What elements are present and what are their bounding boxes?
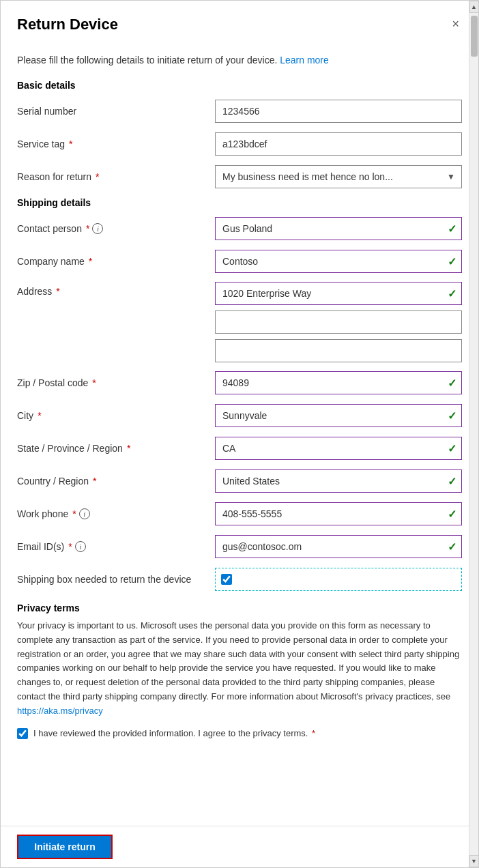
email-ids-input-wrap: ✓: [215, 535, 462, 558]
contact-person-input-wrap: ✓: [215, 217, 462, 240]
intro-text: Please fill the following details to ini…: [17, 53, 462, 68]
agree-required: *: [312, 728, 315, 738]
dialog-footer: Initiate return: [1, 826, 478, 867]
contact-person-check-icon: ✓: [448, 222, 456, 235]
country-field-wrap: ✓: [215, 469, 462, 493]
address-fields: ✓: [215, 282, 462, 362]
email-ids-row: Email ID(s) * i ✓: [17, 534, 462, 559]
zip-check-icon: ✓: [448, 377, 456, 390]
address-required: *: [56, 286, 59, 297]
service-tag-label: Service tag *: [17, 139, 215, 149]
zip-postal-label: Zip / Postal code *: [17, 377, 215, 388]
reason-dropdown-wrap: My business need is met hence no lon... …: [215, 165, 462, 188]
zip-required: *: [92, 377, 96, 388]
reason-required: *: [96, 171, 99, 182]
address-label: Address *: [17, 282, 215, 297]
state-input-wrap: ✓: [215, 437, 462, 460]
reason-for-return-label: Reason for return *: [17, 171, 215, 182]
reason-for-return-row: Reason for return * My business need is …: [17, 164, 462, 189]
agree-checkbox[interactable]: [17, 728, 28, 739]
work-phone-info-icon[interactable]: i: [79, 508, 90, 519]
shipping-box-row: Shipping box needed to return the device: [17, 567, 462, 592]
scroll-thumb[interactable]: [471, 16, 478, 57]
country-input[interactable]: [215, 469, 462, 493]
scroll-down-arrow[interactable]: ▼: [469, 855, 479, 867]
state-label: State / Province / Region *: [17, 443, 215, 454]
shipping-box-checkbox-wrap: [215, 568, 462, 591]
contact-person-label: Contact person * i: [17, 223, 215, 234]
zip-input-wrap: ✓: [215, 371, 462, 394]
serial-number-input[interactable]: [215, 100, 462, 123]
country-required: *: [93, 476, 96, 487]
address-line2-input[interactable]: [215, 310, 462, 334]
service-tag-input[interactable]: [215, 132, 462, 156]
work-phone-input-wrap: ✓: [215, 502, 462, 525]
company-name-required: *: [89, 256, 92, 267]
state-input[interactable]: [215, 437, 462, 460]
company-name-label: Company name *: [17, 256, 215, 267]
company-name-check-icon: ✓: [448, 255, 456, 268]
city-input-wrap: ✓: [215, 404, 462, 427]
email-ids-check-icon: ✓: [448, 540, 456, 553]
company-name-input[interactable]: [215, 250, 462, 273]
address-line1-input[interactable]: [215, 282, 462, 305]
contact-person-row: Contact person * i ✓: [17, 216, 462, 241]
serial-number-row: Serial number: [17, 99, 462, 124]
country-row: Country / Region * ✓: [17, 469, 462, 493]
zip-field-wrap: ✓: [215, 371, 462, 394]
work-phone-field-wrap: ✓: [215, 502, 462, 525]
agree-row: I have reviewed the provided information…: [17, 727, 462, 740]
service-tag-required: *: [69, 139, 72, 149]
privacy-link[interactable]: https://aka.ms/privacy: [17, 706, 103, 716]
contact-person-required: *: [86, 223, 89, 234]
email-ids-required: *: [68, 541, 72, 552]
company-name-input-wrap: ✓: [215, 250, 462, 273]
basic-details-title: Basic details: [17, 80, 462, 91]
work-phone-check-icon: ✓: [448, 508, 456, 521]
address-line1-wrap: ✓: [215, 282, 462, 305]
zip-postal-row: Zip / Postal code * ✓: [17, 371, 462, 395]
reason-dropdown[interactable]: My business need is met hence no lon...: [215, 165, 462, 188]
city-check-icon: ✓: [448, 409, 456, 422]
address-line3-input[interactable]: [215, 339, 462, 362]
city-input[interactable]: [215, 404, 462, 427]
country-input-wrap: ✓: [215, 469, 462, 493]
company-name-row: Company name * ✓: [17, 249, 462, 274]
address-check-icon: ✓: [448, 287, 456, 300]
email-ids-field-wrap: ✓: [215, 535, 462, 558]
serial-number-input-wrap: [215, 100, 462, 123]
address-row: Address * ✓: [17, 282, 462, 362]
service-tag-row: Service tag *: [17, 132, 462, 156]
work-phone-required: *: [72, 508, 76, 519]
dialog-title: Return Device: [17, 16, 118, 33]
agree-text: I have reviewed the provided information…: [33, 727, 315, 740]
privacy-section: Privacy terms Your privacy is important …: [17, 603, 462, 740]
email-ids-input[interactable]: [215, 535, 462, 558]
shipping-details-title: Shipping details: [17, 197, 462, 208]
state-check-icon: ✓: [448, 442, 456, 455]
state-field-wrap: ✓: [215, 437, 462, 460]
email-ids-info-icon[interactable]: i: [75, 541, 86, 552]
shipping-box-checkbox[interactable]: [221, 574, 232, 585]
scrollbar[interactable]: ▲ ▼: [469, 1, 478, 867]
work-phone-input[interactable]: [215, 502, 462, 525]
reason-for-return-input-wrap: My business need is met hence no lon... …: [215, 165, 462, 188]
scroll-up-arrow[interactable]: ▲: [469, 1, 479, 13]
close-button[interactable]: ×: [449, 14, 462, 34]
dialog-header: Return Device ×: [1, 1, 478, 42]
address-input-wrap: ✓: [215, 282, 462, 362]
company-name-field-wrap: ✓: [215, 250, 462, 273]
initiate-return-button[interactable]: Initiate return: [17, 835, 113, 859]
contact-person-input[interactable]: [215, 217, 462, 240]
privacy-title: Privacy terms: [17, 603, 462, 613]
country-check-icon: ✓: [448, 475, 456, 488]
service-tag-input-wrap: [215, 132, 462, 156]
city-field-wrap: ✓: [215, 404, 462, 427]
zip-input[interactable]: [215, 371, 462, 394]
contact-person-info-icon[interactable]: i: [92, 223, 103, 234]
work-phone-row: Work phone * i ✓: [17, 502, 462, 526]
learn-more-link[interactable]: Learn more: [280, 55, 329, 66]
contact-person-field-wrap: ✓: [215, 217, 462, 240]
city-required: *: [38, 410, 41, 421]
shipping-box-label: Shipping box needed to return the device: [17, 574, 215, 585]
